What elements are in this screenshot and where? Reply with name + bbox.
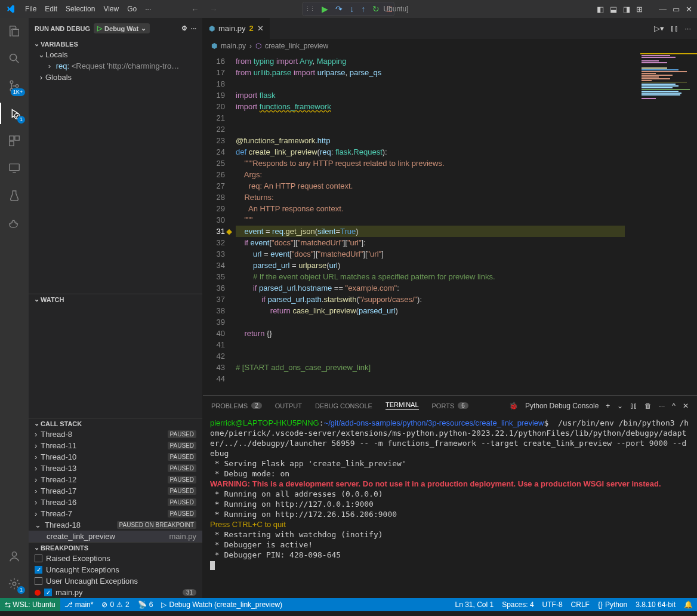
status-cursor-pos[interactable]: Ln 31, Col 1 [451, 600, 498, 609]
thread-row[interactable]: ›Thread-13PAUSED [29, 463, 202, 474]
bp-file[interactable]: ✓main.py31 [29, 587, 202, 598]
panel-maximize-icon[interactable]: ^ [672, 402, 676, 410]
thread-row[interactable]: ›Thread-17PAUSED [29, 485, 202, 497]
remote-indicator[interactable]: ⇆ WSL: Ubuntu [0, 598, 60, 611]
drag-handle-icon[interactable]: ⋮⋮ [305, 6, 314, 12]
thread-row[interactable]: ›Thread-8PAUSED [29, 429, 202, 440]
step-out-icon[interactable]: ↑ [361, 4, 365, 14]
tab-dirty-badge: 2 [249, 24, 254, 33]
restart-icon[interactable]: ↻ [372, 4, 380, 14]
thread-row[interactable]: ›Thread-10PAUSED [29, 451, 202, 463]
watch-section[interactable]: ⌄WATCH [29, 294, 202, 304]
panel-tab-output[interactable]: OUTPUT [275, 402, 302, 409]
debug-toolbar[interactable]: ⋮⋮ ▶ ↷ ↓ ↑ ↻ □ [302, 2, 394, 16]
window-minimize[interactable]: — [659, 5, 667, 14]
status-encoding[interactable]: UTF-8 [538, 600, 567, 609]
layout-secondary-icon[interactable]: ◨ [623, 5, 630, 14]
docker-icon[interactable] [6, 215, 23, 232]
menu-go[interactable]: Go [123, 5, 141, 13]
accounts-icon[interactable] [6, 548, 23, 565]
stack-frame[interactable]: create_link_previewmain.py [29, 531, 202, 542]
status-notifications[interactable]: 🔔 [680, 600, 697, 609]
status-branch[interactable]: ⎇main* [60, 600, 98, 609]
nav-back[interactable]: ← [191, 5, 199, 14]
bottom-panel: PROBLEMS2 OUTPUT DEBUG CONSOLE TERMINAL … [203, 395, 697, 598]
status-problems[interactable]: ⊘0⚠2 [97, 600, 133, 609]
status-lang[interactable]: {}Python [594, 600, 631, 609]
terminal[interactable]: pierrick@LAPTOP-HKU5PNNG:~/git/add-ons-s… [203, 415, 697, 598]
menu-edit[interactable]: Edit [41, 5, 61, 13]
status-python[interactable]: 3.8.10 64-bit [631, 600, 680, 609]
status-debug[interactable]: ▷Debug Watch (create_link_preview) [157, 600, 286, 609]
gear-icon[interactable]: ⚙ [181, 24, 187, 32]
nav-forward[interactable]: → [209, 5, 217, 14]
status-eol[interactable]: CRLF [567, 600, 594, 609]
thread-row[interactable]: ›Thread-11PAUSED [29, 440, 202, 451]
svg-point-1 [10, 81, 13, 84]
continue-icon[interactable]: ▶ [322, 4, 328, 14]
svg-point-3 [16, 85, 18, 88]
new-terminal-icon[interactable]: + [606, 402, 610, 410]
layout-panel-icon[interactable]: ⬓ [610, 5, 617, 14]
panel-close-icon[interactable]: ✕ [683, 402, 689, 410]
callstack-section[interactable]: ⌄CALL STACK [29, 418, 202, 429]
more-actions-icon[interactable]: ··· [684, 24, 691, 33]
remote-explorer-icon[interactable] [6, 160, 23, 177]
testing-icon[interactable] [6, 187, 23, 204]
tab-close-icon[interactable]: ✕ [257, 24, 264, 33]
settings-icon[interactable]: 1 [6, 575, 23, 592]
window-close[interactable]: ✕ [686, 5, 692, 14]
variable-req[interactable]: › req: <Request 'http://charming-tro… [35, 60, 202, 72]
breakpoints-section[interactable]: ⌄BREAKPOINTS [29, 543, 202, 553]
svg-rect-8 [10, 164, 20, 171]
bp-user-uncaught[interactable]: User Uncaught Exceptions [29, 575, 202, 587]
terminal-profile-label[interactable]: Python Debug Console [525, 402, 599, 410]
bp-uncaught[interactable]: ✓Uncaught Exceptions [29, 564, 202, 575]
layout-primary-icon[interactable]: ◧ [597, 5, 604, 14]
minimap[interactable] [640, 53, 697, 196]
menu-bar: File Edit Selection View Go ··· [21, 5, 155, 13]
bp-raised[interactable]: Raised Exceptions [29, 553, 202, 564]
globals-node[interactable]: ›Globals [35, 72, 202, 83]
panel-tab-ports[interactable]: PORTS6 [432, 402, 468, 409]
extensions-icon[interactable] [6, 133, 23, 149]
window-maximize[interactable]: ▭ [673, 5, 680, 14]
variables-section[interactable]: ⌄VARIABLES [29, 39, 202, 49]
scm-icon[interactable]: 1K+ [6, 78, 23, 94]
status-bar: ⇆ WSL: Ubuntu ⎇main* ⊘0⚠2 📡6 ▷Debug Watc… [0, 598, 697, 611]
menu-view[interactable]: View [99, 5, 123, 13]
debug-icon[interactable]: 1 [6, 105, 23, 122]
breadcrumb[interactable]: ⬢ main.py› ⬡ create_link_preview [203, 39, 697, 53]
status-ports[interactable]: 📡6 [134, 600, 158, 609]
title-bar: File Edit Selection View Go ··· ← → ⋮⋮ ▶… [0, 0, 697, 18]
panel-tab-problems[interactable]: PROBLEMS2 [211, 402, 262, 409]
split-terminal-icon[interactable]: ⫿⫿ [630, 402, 637, 410]
menu-file[interactable]: File [21, 5, 41, 13]
window-title: Ubuntu] [383, 5, 408, 13]
thread-row[interactable]: ›Thread-7PAUSED [29, 508, 202, 519]
layout-customize-icon[interactable]: ⊞ [636, 5, 643, 14]
thread-row[interactable]: ⌄Thread-18PAUSED ON BREAKPOINT [29, 519, 202, 531]
panel-more-icon[interactable]: ··· [659, 402, 665, 410]
menu-more[interactable]: ··· [141, 5, 155, 13]
run-icon[interactable]: ▷▾ [654, 24, 664, 33]
search-icon[interactable] [6, 50, 23, 67]
debug-config-dropdown[interactable]: ▷Debug Wat⌄ [94, 23, 150, 33]
status-indent[interactable]: Spaces: 4 [498, 600, 538, 609]
panel-tab-debug-console[interactable]: DEBUG CONSOLE [315, 402, 372, 409]
panel-tab-terminal[interactable]: TERMINAL [385, 401, 419, 410]
step-over-icon[interactable]: ↷ [335, 4, 343, 14]
more-icon[interactable]: ··· [191, 25, 196, 32]
explorer-icon[interactable] [6, 23, 23, 39]
thread-row[interactable]: ›Thread-16PAUSED [29, 497, 202, 508]
tab-main-py[interactable]: ⬢ main.py 2 ✕ [203, 18, 270, 39]
split-icon[interactable]: ⫿⫿ [670, 24, 679, 33]
nav-arrows: ← → [191, 5, 217, 14]
menu-selection[interactable]: Selection [61, 5, 99, 13]
symbol-method-icon: ⬡ [255, 42, 261, 50]
thread-row[interactable]: ›Thread-12PAUSED [29, 474, 202, 485]
locals-node[interactable]: ⌄Locals [35, 49, 202, 60]
kill-terminal-icon[interactable]: 🗑 [644, 402, 652, 410]
code-editor[interactable]: 1617181920212223242526272829303132333435… [203, 53, 697, 395]
step-into-icon[interactable]: ↓ [350, 4, 354, 14]
